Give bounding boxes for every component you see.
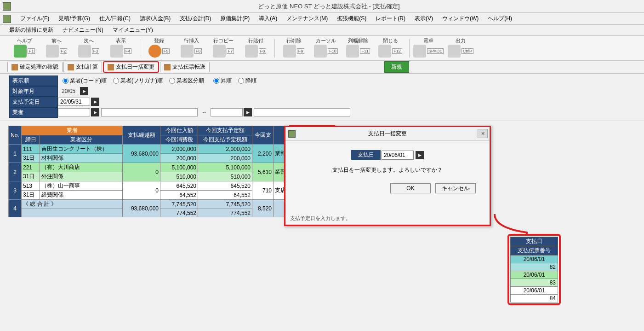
filter-order-label: 表示順 [9, 75, 58, 86]
action-transfer[interactable]: 支払伝票転送 [160, 62, 210, 72]
sub-navi[interactable]: ナビメニュー(N) [58, 25, 108, 35]
actionbar: 確定処理の確認 支払計算 支払日一括変更 支払伝票転送 新規 [0, 61, 644, 74]
result-row: 83 [511, 279, 558, 287]
filter-paydate-label: 支払予定日 [9, 97, 58, 107]
tool-cursor[interactable]: カーソルF10 [311, 37, 341, 59]
dialog-message: 支払日を一括変更します。よろしいですか？ [295, 166, 480, 174]
menu-maint[interactable]: メンテナンス(M) [282, 14, 332, 23]
vendor-name-to-input[interactable] [254, 108, 350, 116]
filter-target-value: 20/05 [58, 87, 79, 95]
dialog-titlebar: 支払日一括変更 ✕ [285, 127, 490, 141]
result-row: 20/06/01 [511, 287, 558, 295]
result-row: 84 [511, 295, 558, 302]
rowdel-icon [283, 45, 296, 58]
dialog-title: 支払日一括変更 [368, 130, 407, 138]
close-icon [378, 45, 391, 58]
sub-refresh[interactable]: 最新の情報に更新 [5, 25, 58, 35]
tool-help[interactable]: ヘルプF1 [9, 37, 40, 59]
dialog-icon [288, 130, 296, 138]
tool-colreset[interactable]: 列幅解除F11 [343, 37, 373, 59]
tool-output[interactable]: 出力CtrlP [445, 37, 476, 59]
menu-report[interactable]: レポート(R) [371, 14, 410, 23]
menu-view[interactable]: 表示(V) [410, 14, 438, 23]
th-vendor: 業者 [22, 126, 123, 135]
menu-purchase[interactable]: 仕入/日報(C) [95, 14, 135, 23]
menu-payment[interactable]: 支払/会計(D) [175, 14, 216, 23]
tool-close[interactable]: 閉じるF12 [375, 37, 405, 59]
menu-cost[interactable]: 原価集計(P) [216, 14, 254, 23]
tool-next[interactable]: 次へF3 [74, 37, 104, 59]
app-icon [3, 2, 11, 11]
prev-icon [46, 45, 59, 58]
toolbar: ヘルプF1 前へF2 次へF3 表示F4 登録F5 行挿入F6 行コピーF7 行… [0, 36, 644, 61]
target-picker-btn[interactable]: ▶ [80, 87, 88, 95]
radio-kubun[interactable]: 業者区分順 [169, 77, 204, 85]
transfer-icon [164, 64, 171, 70]
vendor-code-input[interactable] [58, 108, 90, 116]
tool-rowins[interactable]: 行挿入F6 [176, 37, 206, 59]
radio-group-sort: 昇順 降順 [213, 77, 256, 85]
vendor-picker2[interactable]: ▶ [244, 108, 252, 116]
window-title: どっと原価 NEO ST どっと建設株式会社 - [支払確定] [14, 2, 644, 11]
paydate-picker-btn[interactable]: ▶ [91, 98, 99, 106]
dialog-field-label: 支払日 [351, 150, 381, 160]
confirm-icon [11, 64, 18, 70]
th-no: No. [9, 126, 22, 145]
action-batch-change[interactable]: 支払日一括変更 [103, 61, 159, 73]
vendor-picker1[interactable]: ▶ [91, 108, 99, 116]
result-row: 20/06/01 [511, 256, 558, 263]
tool-prev[interactable]: 前へF2 [41, 37, 72, 59]
dialog-field: 支払日 ▶ [295, 150, 480, 160]
menu-help[interactable]: ヘルプ(H) [483, 14, 517, 23]
new-button[interactable]: 新規 [384, 61, 409, 73]
filter-paydate-input[interactable] [58, 98, 90, 106]
th-due: 締日 [22, 135, 40, 145]
th-sched: 今回支払予定額 [198, 126, 252, 135]
action-confirm[interactable]: 確定処理の確認 [7, 62, 63, 72]
reg-icon [148, 45, 161, 58]
th-sched-tax: 今回支払予定税額 [198, 135, 252, 145]
tool-view[interactable]: 表示F4 [106, 37, 136, 59]
radio-desc[interactable]: 降順 [238, 77, 256, 85]
menu-window[interactable]: ウィンドウ(W) [438, 14, 483, 23]
subbar: 最新の情報に更新 ナビメニュー(N) マイメニュー(Y) [0, 25, 644, 36]
vendor-code-to-input[interactable] [211, 108, 243, 116]
filter-vendor-label: 業者 [9, 107, 58, 118]
calc-icon [413, 45, 426, 58]
tool-reg[interactable]: 登録F5 [144, 37, 174, 59]
radio-furi[interactable]: 業者(フリガナ)順 [113, 77, 163, 85]
dialog-date-picker[interactable]: ▶ [416, 151, 424, 159]
th-pay-this: 今回支 [252, 126, 274, 145]
radio-code[interactable]: 業者(コード)順 [63, 77, 107, 85]
radio-asc[interactable]: 昇順 [213, 77, 232, 85]
action-calc[interactable]: 支払計算 [63, 62, 102, 72]
menu-billing[interactable]: 請求/入金(B) [135, 14, 175, 23]
menu-intro[interactable]: 導入(A) [254, 14, 282, 23]
dialog-date-input[interactable] [382, 151, 414, 160]
filter-target-label: 対象年月 [9, 86, 58, 97]
result-annotation: 支払日 支払伝票番号 20/06/018220/06/018320/06/018… [507, 234, 561, 305]
colreset-icon [346, 45, 359, 58]
dialog-ok-button[interactable]: OK [390, 183, 431, 193]
th-tax: 今回消費税 [160, 135, 198, 145]
result-row: 20/06/01 [511, 271, 558, 279]
dialog-cancel-button[interactable]: キャンセル [435, 183, 476, 193]
tool-rowdel[interactable]: 行削除F9 [279, 37, 309, 59]
view-icon [110, 45, 123, 58]
dialog-close-button[interactable]: ✕ [478, 129, 488, 138]
menubar: ファイル(F) 見積/予算(G) 仕入/日報(C) 請求/入金(B) 支払/会計… [0, 13, 644, 25]
filter-area: 表示順 業者(コード)順 業者(フリガナ)順 業者区分順 昇順 降順 対象年月 … [0, 74, 644, 121]
th-vendor-kubun: 業者区分 [40, 135, 123, 145]
sub-mymenu[interactable]: マイメニュー(Y) [108, 25, 158, 35]
menu-file[interactable]: ファイル(F) [16, 14, 54, 23]
tool-rowcopy[interactable]: 行コピーF7 [208, 37, 239, 59]
calc-action-icon [68, 64, 74, 70]
menu-ext[interactable]: 拡張機能(S) [332, 14, 371, 23]
output-icon [448, 45, 461, 58]
vendor-name-input[interactable] [101, 108, 198, 116]
th-carry: 支払繰越額 [123, 126, 160, 145]
menu-estimate[interactable]: 見積/予算(G) [54, 14, 95, 23]
tool-rowpaste[interactable]: 行貼付F8 [240, 37, 271, 59]
tool-calc[interactable]: 電卓SPACE [413, 37, 444, 59]
radio-group-order: 業者(コード)順 業者(フリガナ)順 業者区分順 [63, 77, 204, 85]
